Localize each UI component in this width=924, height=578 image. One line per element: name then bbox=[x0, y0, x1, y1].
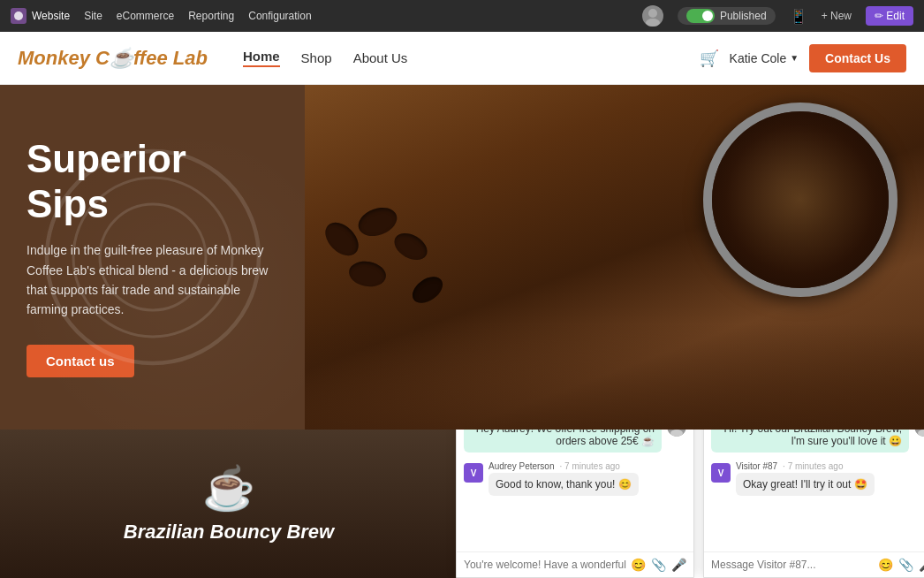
user-name: Katie Cole ▼ bbox=[730, 51, 799, 65]
mobile-preview-icon[interactable]: 📱 bbox=[790, 8, 807, 25]
admin-reporting-link[interactable]: Reporting bbox=[188, 10, 234, 22]
chat-msg-out-row: Hey Audrey! We offer free shipping on or… bbox=[464, 430, 686, 453]
chat-body-visitor: Today V Visitor #87 · 12 minutes ago Hi!… bbox=[704, 430, 924, 551]
odoo-logo-area: Website bbox=[11, 8, 70, 24]
brew-title: Brazilian Bouncy Brew bbox=[124, 521, 334, 544]
attachment-icon[interactable]: 📎 bbox=[651, 558, 666, 572]
edit-button[interactable]: ✏ Edit bbox=[866, 6, 913, 26]
nav-shop[interactable]: Shop bbox=[301, 50, 332, 65]
attachment-icon-2[interactable]: 📎 bbox=[898, 558, 913, 572]
brand-logo: Monkey C☕ffee Lab bbox=[18, 47, 208, 70]
chat2-sender-3: Visitor #87 · 7 minutes ago bbox=[736, 461, 924, 471]
cart-button[interactable]: 🛒 bbox=[700, 49, 719, 68]
bottom-left-panel: ☕ Brazilian Bouncy Brew bbox=[0, 430, 458, 578]
chat2-time-3: · 7 minutes ago bbox=[783, 461, 843, 471]
hero-section: SuperiorSips Indulge in the guilt-free p… bbox=[0, 85, 924, 430]
chat-window-visitor: V Visitor #87 📞 — ✕ Today V Visitor #87 bbox=[703, 430, 924, 578]
chat-msg-row-3: V Audrey Peterson · 7 minutes ago Good t… bbox=[464, 461, 686, 496]
admin-site-link[interactable]: Site bbox=[84, 10, 102, 22]
svg-point-2 bbox=[646, 19, 660, 27]
chat2-out-content: Hi! Try out our Brazilian Bouncy Brew, I… bbox=[711, 430, 909, 453]
msg-bubble-3: Good to know, thank you! 😊 bbox=[489, 473, 639, 496]
msg-content-out: Hey Audrey! We offer free shipping on or… bbox=[464, 430, 662, 453]
chat2-msg-out: Hi! Try out our Brazilian Bouncy Brew, I… bbox=[711, 430, 924, 453]
website-nav: Monkey C☕ffee Lab Home Shop About Us 🛒 K… bbox=[0, 32, 924, 85]
published-toggle[interactable]: Published bbox=[678, 7, 776, 25]
chat2-agent-avatar bbox=[914, 430, 924, 437]
bottom-section: ☕ Brazilian Bouncy Brew V Audrey Peterso… bbox=[0, 430, 924, 578]
chevron-down-icon: ▼ bbox=[790, 53, 799, 63]
toggle-pill bbox=[686, 9, 715, 23]
hero-subtitle: Indulge in the guilt-free pleasure of Mo… bbox=[27, 240, 278, 320]
svg-point-1 bbox=[648, 9, 657, 18]
hero-title: SuperiorSips bbox=[27, 137, 278, 226]
chat-input-area-1: 😊 📎 🎤 bbox=[457, 551, 693, 577]
chat2-bubble-3: Okay great! I'll try it out 🤩 bbox=[736, 473, 875, 496]
chat-input-2[interactable] bbox=[711, 559, 875, 571]
chat2-avatar-3: V bbox=[711, 463, 731, 483]
chat-body-audrey: Today V Audrey Peterson · 10 minutes ago… bbox=[457, 430, 693, 551]
hero-left-panel: SuperiorSips Indulge in the guilt-free p… bbox=[0, 85, 305, 430]
msg-sender-3: Audrey Peterson · 7 minutes ago bbox=[489, 461, 686, 471]
chat2-content-3: Visitor #87 · 7 minutes ago Okay great! … bbox=[736, 461, 924, 496]
msg-bubble-out: Hey Audrey! We offer free shipping on or… bbox=[464, 430, 662, 453]
chat-input-area-2: 😊 📎 🎤 bbox=[704, 551, 924, 577]
msg-name-3: Audrey Peterson bbox=[489, 461, 555, 471]
hero-contact-button[interactable]: Contact us bbox=[27, 345, 134, 377]
chat-input-icons-2: 😊 📎 🎤 bbox=[878, 558, 924, 572]
admin-website-link[interactable]: Website bbox=[32, 10, 70, 22]
contact-us-nav-button[interactable]: Contact Us bbox=[809, 44, 906, 72]
coffee-cup-icon: ☕ bbox=[202, 464, 255, 513]
admin-configuration-link[interactable]: Configuration bbox=[248, 10, 311, 22]
nav-home[interactable]: Home bbox=[243, 49, 280, 67]
svg-point-0 bbox=[14, 11, 23, 20]
chat-input-icons-1: 😊 📎 🎤 bbox=[631, 558, 686, 572]
msg-content-3: Audrey Peterson · 7 minutes ago Good to … bbox=[489, 461, 686, 496]
emoji-icon-2[interactable]: 😊 bbox=[878, 558, 893, 572]
nav-about[interactable]: About Us bbox=[353, 50, 408, 65]
emoji-icon[interactable]: 😊 bbox=[631, 558, 646, 572]
portafilter bbox=[703, 103, 897, 297]
chat-windows: V Audrey Peterson 📞 — ✕ Today V Audrey P… bbox=[456, 430, 924, 578]
new-button[interactable]: + New bbox=[822, 10, 852, 22]
chat-input-1[interactable] bbox=[464, 559, 627, 571]
agent-avatar bbox=[667, 430, 686, 437]
mic-icon[interactable]: 🎤 bbox=[671, 558, 686, 572]
nav-right: 🛒 Katie Cole ▼ Contact Us bbox=[700, 44, 906, 72]
mic-icon-2[interactable]: 🎤 bbox=[919, 558, 924, 572]
main-nav: Home Shop About Us bbox=[243, 49, 407, 67]
published-label: Published bbox=[720, 10, 767, 22]
hero-image-area bbox=[305, 85, 924, 430]
admin-bar: Website Site eCommerce Reporting Configu… bbox=[0, 0, 924, 32]
chat2-msg-row-3: V Visitor #87 · 7 minutes ago Okay great… bbox=[711, 461, 924, 496]
chat2-bubble-out: Hi! Try out our Brazilian Bouncy Brew, I… bbox=[711, 430, 909, 453]
odoo-icon bbox=[11, 8, 27, 24]
chat2-name-3: Visitor #87 bbox=[736, 461, 777, 471]
admin-ecommerce-link[interactable]: eCommerce bbox=[117, 10, 174, 22]
msg-avatar-3: V bbox=[464, 463, 483, 483]
chat-window-audrey: V Audrey Peterson 📞 — ✕ Today V Audrey P… bbox=[456, 430, 694, 578]
admin-avatar bbox=[642, 5, 663, 27]
svg-point-5 bbox=[670, 430, 683, 437]
msg-time-3: · 7 minutes ago bbox=[560, 461, 620, 471]
